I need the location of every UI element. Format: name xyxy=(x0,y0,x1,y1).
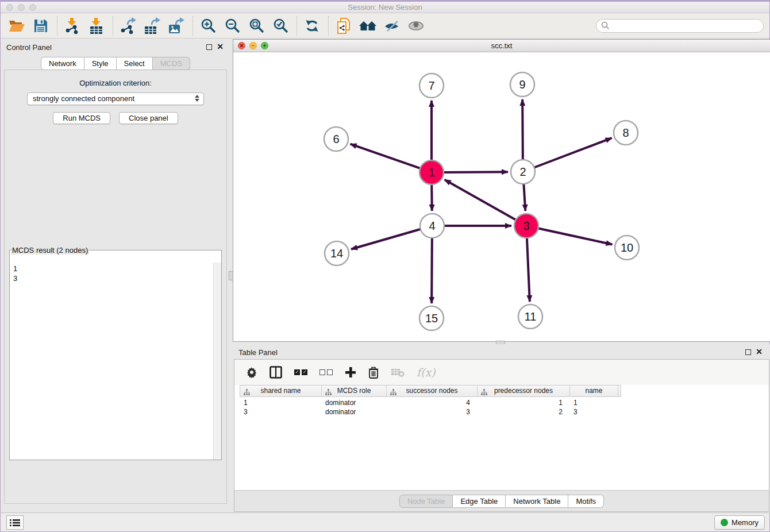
mcds-result-scrollbar[interactable] xyxy=(213,263,221,460)
graph-edge-3-1[interactable] xyxy=(445,180,517,221)
network-window-close-button[interactable]: ✕ xyxy=(238,42,245,49)
zoom-out-icon[interactable] xyxy=(222,16,242,36)
table-panel: Table Panel ✕ ✓✓ xyxy=(233,344,770,513)
table-cell: 1 xyxy=(569,398,618,407)
search-input[interactable] xyxy=(610,21,759,30)
window-close-button[interactable] xyxy=(6,4,13,11)
table-panel-title: Table Panel xyxy=(238,348,278,357)
export-table-icon[interactable] xyxy=(142,16,163,36)
graph-node-label-1: 1 xyxy=(428,166,434,179)
add-row-icon[interactable] xyxy=(345,365,356,380)
graph-node-label-4: 4 xyxy=(429,219,435,232)
table-cell: 1 xyxy=(477,398,569,407)
network-window-title: scc.txt xyxy=(233,40,770,52)
select-all-checkboxes-icon[interactable]: ✓✓ xyxy=(294,365,307,380)
table-cell: dominator xyxy=(321,407,386,417)
memory-status-dot xyxy=(721,519,728,526)
table-tab-network-table[interactable]: Network Table xyxy=(506,495,568,508)
apply-function-icon: f(x) xyxy=(417,365,436,380)
memory-button[interactable]: Memory xyxy=(714,515,765,530)
table-panel-close-button[interactable]: ✕ xyxy=(756,348,763,356)
zoom-selected-icon[interactable] xyxy=(270,16,291,36)
tab-mcds[interactable]: MCDS xyxy=(153,57,190,70)
network-window-zoom-button[interactable]: + xyxy=(261,42,268,49)
graph-node-label-11: 11 xyxy=(525,310,537,323)
table-cell: 3 xyxy=(386,407,477,417)
network-graph: 7968124314101511 xyxy=(233,52,770,341)
column-header-shared-name[interactable]: shared name xyxy=(240,385,322,396)
show-all-icon[interactable] xyxy=(406,16,426,36)
table-cell: 3 xyxy=(569,407,618,417)
table-cell: 1 xyxy=(240,398,321,407)
mcds-result-title: MCDS result (2 nodes) xyxy=(11,246,89,255)
deselect-all-checkboxes-icon[interactable] xyxy=(319,365,333,380)
table-tab-node-table[interactable]: Node Table xyxy=(399,495,453,508)
node-table-header: shared nameMCDS rolesuccessor nodesprede… xyxy=(240,385,621,397)
tab-style[interactable]: Style xyxy=(84,57,117,70)
table-row[interactable]: 3dominator323 xyxy=(240,407,621,417)
column-header-successor-nodes[interactable]: successor nodes xyxy=(387,385,478,396)
column-header-name[interactable]: name xyxy=(570,385,618,396)
window-zoom-button[interactable] xyxy=(29,4,36,11)
import-table-icon[interactable] xyxy=(86,16,107,36)
toolbar-separator xyxy=(57,16,57,36)
graph-edge-2-3[interactable] xyxy=(523,183,525,211)
graph-edge-1-6[interactable] xyxy=(351,144,422,169)
delete-row-icon[interactable] xyxy=(368,365,379,380)
zoom-fit-icon[interactable] xyxy=(246,16,267,36)
task-history-button[interactable] xyxy=(6,515,24,530)
refresh-view-icon[interactable] xyxy=(302,16,322,36)
graph-node-label-2: 2 xyxy=(519,165,526,178)
column-header-mcds-role[interactable]: MCDS role xyxy=(322,385,387,396)
import-network-icon[interactable] xyxy=(62,16,83,36)
memory-button-label: Memory xyxy=(732,518,759,527)
table-tab-strip: Node TableEdge TableNetwork TableMotifs xyxy=(234,490,769,511)
column-header-predecessor-nodes[interactable]: predecessor nodes xyxy=(478,385,570,396)
copy-view-icon[interactable] xyxy=(333,16,354,36)
graph-edge-1-4[interactable] xyxy=(432,183,432,211)
tab-select[interactable]: Select xyxy=(117,57,153,70)
graph-edge-3-11[interactable] xyxy=(527,237,530,302)
graph-edge-2-8[interactable] xyxy=(533,138,612,168)
graph-edge-1-2[interactable] xyxy=(442,172,508,172)
graph-edge-3-10[interactable] xyxy=(537,228,613,244)
control-panel-close-button[interactable]: ✕ xyxy=(217,43,224,51)
table-row[interactable]: 1dominator411 xyxy=(240,398,621,407)
column-header-label: name xyxy=(585,387,602,395)
column-header-label: predecessor nodes xyxy=(494,387,553,395)
graph-edge-4-14[interactable] xyxy=(351,229,422,249)
optimization-criterion-select[interactable]: strongly connected component xyxy=(27,92,204,105)
close-panel-button[interactable]: Close panel xyxy=(119,112,178,124)
main-toolbar xyxy=(1,13,769,38)
graph-edge-2-9[interactable] xyxy=(522,99,523,161)
table-tab-edge-table[interactable]: Edge Table xyxy=(453,495,506,508)
mcds-result-box: MCDS result (2 nodes) 1 3 xyxy=(9,246,222,460)
save-session-icon[interactable] xyxy=(30,16,51,36)
table-tab-motifs[interactable]: Motifs xyxy=(568,495,604,508)
graph-node-label-8: 8 xyxy=(622,126,629,139)
table-panel-float-button[interactable] xyxy=(745,349,751,355)
network-window-minimize-button[interactable]: − xyxy=(249,42,257,49)
open-session-icon[interactable] xyxy=(6,16,27,36)
node-table: shared nameMCDS rolesuccessor nodesprede… xyxy=(240,385,621,417)
export-network-icon[interactable] xyxy=(118,16,138,36)
column-settings-icon[interactable] xyxy=(246,365,257,380)
table-cell: 4 xyxy=(386,398,477,407)
first-neighbors-icon[interactable] xyxy=(357,16,378,36)
window-minimize-button[interactable] xyxy=(18,4,25,11)
hide-selected-icon[interactable] xyxy=(382,16,402,36)
network-canvas[interactable]: 7968124314101511 xyxy=(233,52,770,341)
run-mcds-button[interactable]: Run MCDS xyxy=(53,112,110,124)
control-panel-float-button[interactable] xyxy=(206,44,212,50)
window-title: Session: New Session xyxy=(1,2,769,13)
export-image-icon[interactable] xyxy=(166,16,187,36)
zoom-in-icon[interactable] xyxy=(198,16,218,36)
graph-edge-4-15[interactable] xyxy=(432,237,432,303)
application-window: Session: New Session xyxy=(0,0,770,532)
tab-network[interactable]: Network xyxy=(41,57,84,70)
graph-node-label-6: 6 xyxy=(333,133,339,145)
select-spinner-icon xyxy=(195,95,199,102)
show-columns-icon[interactable] xyxy=(270,365,282,380)
graph-node-label-14: 14 xyxy=(330,247,343,260)
mcds-result-text: 1 3 xyxy=(10,263,213,460)
